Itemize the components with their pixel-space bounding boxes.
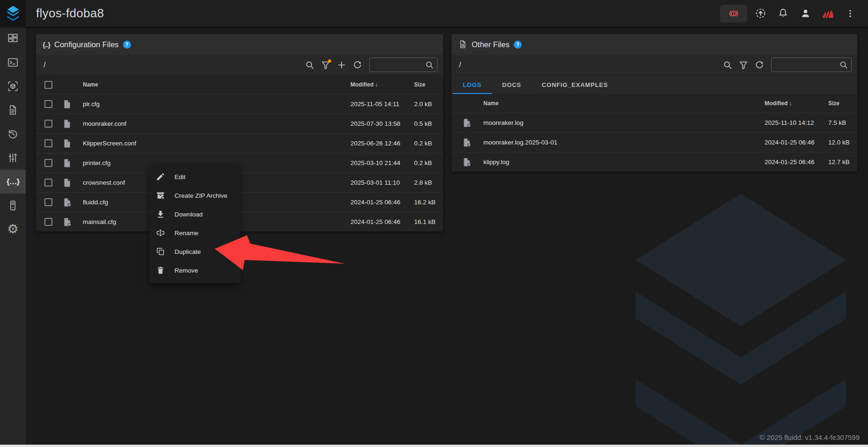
sidebar-item-configure[interactable]: {…} xyxy=(0,170,26,194)
file-row[interactable]: KlipperScreen.conf 2025-06-26 12:46 0.2 … xyxy=(36,133,443,153)
user-button[interactable] xyxy=(796,4,815,23)
column-header-modified[interactable]: Modified↓ xyxy=(752,100,823,107)
other-files-tabs: LOGS DOCS CONFIG_EXAMPLES xyxy=(452,75,857,94)
pencil-icon xyxy=(156,172,165,181)
search-icon[interactable] xyxy=(424,60,435,70)
column-header-size[interactable]: Size xyxy=(408,81,443,88)
nav-sidebar: {…} ⚙ xyxy=(0,27,26,445)
menu-item-download[interactable]: Download xyxy=(149,205,241,224)
file-modified: 2024-01-25 06:46 xyxy=(338,218,408,225)
file-icon xyxy=(462,157,472,167)
brand-logo-button[interactable] xyxy=(818,4,837,23)
config-path-breadcrumb[interactable]: / xyxy=(44,61,45,69)
kebab-menu-icon xyxy=(845,8,855,19)
column-header-name[interactable]: Name xyxy=(83,81,338,88)
select-all-checkbox[interactable] xyxy=(44,81,52,89)
row-checkbox[interactable] xyxy=(44,198,52,206)
filter-icon xyxy=(738,60,749,70)
update-status-button[interactable] xyxy=(751,4,770,23)
row-checkbox[interactable] xyxy=(44,159,52,167)
other-path-breadcrumb[interactable]: / xyxy=(459,61,461,69)
file-size: 2.8 kB xyxy=(408,179,443,186)
notifications-button[interactable] xyxy=(773,4,792,23)
file-icon xyxy=(62,197,73,208)
sidebar-item-history[interactable] xyxy=(0,122,26,146)
sidebar-item-console[interactable] xyxy=(0,50,26,74)
add-file-button[interactable] xyxy=(334,57,350,73)
fluidd-watermark-logo xyxy=(624,190,858,447)
sidebar-item-dashboard[interactable] xyxy=(0,27,26,50)
code-braces-icon: {…} xyxy=(7,177,19,187)
sidebar-item-jobs[interactable] xyxy=(0,98,26,122)
file-row[interactable]: moonraker.log.2025-03-01 2024-01-25 06:4… xyxy=(452,132,857,152)
file-name: klippy.log xyxy=(483,159,752,166)
file-icon xyxy=(62,119,73,129)
menu-item-rename[interactable]: Rename xyxy=(149,224,241,242)
file-icon xyxy=(62,158,73,168)
file-size: 2.0 kB xyxy=(408,101,443,108)
filter-button[interactable] xyxy=(736,57,751,73)
gcode-preview-icon xyxy=(7,80,19,92)
other-panel-header: Other Files ? xyxy=(452,34,857,55)
file-name: moonraker.log xyxy=(483,119,752,126)
overflow-menu-button[interactable] xyxy=(841,4,860,23)
sort-desc-icon: ↓ xyxy=(375,81,378,88)
refresh-button[interactable] xyxy=(751,57,767,73)
row-checkbox[interactable] xyxy=(44,120,52,128)
help-icon[interactable]: ? xyxy=(123,41,131,49)
file-modified: 2024-01-25 06:46 xyxy=(338,199,408,206)
tab-config-examples[interactable]: CONFIG_EXAMPLES xyxy=(532,75,618,94)
sidebar-item-tune[interactable] xyxy=(0,146,26,170)
file-modified: 2025-03-10 21:44 xyxy=(338,159,408,166)
file-icon xyxy=(462,137,472,148)
other-toolbar: / xyxy=(452,55,857,75)
file-row[interactable]: moonraker.conf 2025-07-30 13:58 0.5 kB xyxy=(36,114,443,133)
gear-icon: ⚙ xyxy=(7,223,18,236)
other-table-header: Name Modified↓ Size xyxy=(452,94,857,113)
search-button[interactable] xyxy=(720,57,736,73)
file-size: 0.2 kB xyxy=(408,140,443,147)
search-icon[interactable] xyxy=(839,60,849,70)
row-checkbox[interactable] xyxy=(44,139,52,147)
rename-icon xyxy=(156,228,165,238)
file-row[interactable]: klippy.log 2024-01-25 06:46 12.7 kB xyxy=(452,152,857,172)
file-name: KlipperScreen.conf xyxy=(83,140,338,147)
row-checkbox[interactable] xyxy=(44,100,52,108)
menu-item-remove[interactable]: Remove xyxy=(149,261,241,280)
file-row[interactable]: plr.cfg 2025-11-05 14:11 2.0 kB xyxy=(36,94,443,114)
menu-item-duplicate[interactable]: Duplicate xyxy=(149,242,241,261)
sidebar-item-system[interactable] xyxy=(0,194,26,217)
help-icon[interactable]: ? xyxy=(514,41,522,49)
dashboard-icon xyxy=(7,33,19,44)
column-header-size[interactable]: Size xyxy=(823,100,857,107)
plus-icon xyxy=(336,60,347,70)
sidebar-item-settings[interactable]: ⚙ xyxy=(0,217,26,241)
column-header-modified[interactable]: Modified↓ xyxy=(338,81,408,88)
other-panel-title: Other Files xyxy=(472,40,510,49)
file-size: 0.2 kB xyxy=(408,159,443,166)
menu-item-create-zip-archive[interactable]: Create ZIP Archive xyxy=(149,186,241,205)
fluidd-logo[interactable] xyxy=(0,0,26,27)
file-row[interactable]: moonraker.log 2025-11-10 14:12 7.5 kB xyxy=(452,113,857,132)
tune-icon xyxy=(7,152,19,164)
zip-archive-icon xyxy=(156,191,165,200)
filter-button[interactable] xyxy=(318,57,334,73)
sidebar-item-gcode-preview[interactable] xyxy=(0,74,26,98)
update-status-icon xyxy=(755,7,766,19)
emergency-stop-button[interactable] xyxy=(720,5,747,22)
config-panel-header: {..} Configuration Files ? xyxy=(36,34,443,55)
file-modified: 2025-03-01 11:10 xyxy=(338,179,408,186)
tab-docs[interactable]: DOCS xyxy=(492,75,532,94)
config-search-box xyxy=(369,58,438,72)
row-checkbox[interactable] xyxy=(44,179,52,187)
sort-desc-icon: ↓ xyxy=(789,100,792,107)
menu-item-edit[interactable]: Edit xyxy=(149,167,241,186)
file-context-menu: Edit Create ZIP Archive Download xyxy=(149,164,241,283)
tab-logs[interactable]: LOGS xyxy=(452,75,492,94)
row-checkbox[interactable] xyxy=(44,218,52,226)
column-header-name[interactable]: Name xyxy=(483,100,752,107)
search-button[interactable] xyxy=(302,57,318,73)
file-modified: 2025-11-05 14:11 xyxy=(338,101,408,108)
file-modified: 2024-01-25 06:46 xyxy=(752,159,823,166)
refresh-button[interactable] xyxy=(350,57,365,73)
